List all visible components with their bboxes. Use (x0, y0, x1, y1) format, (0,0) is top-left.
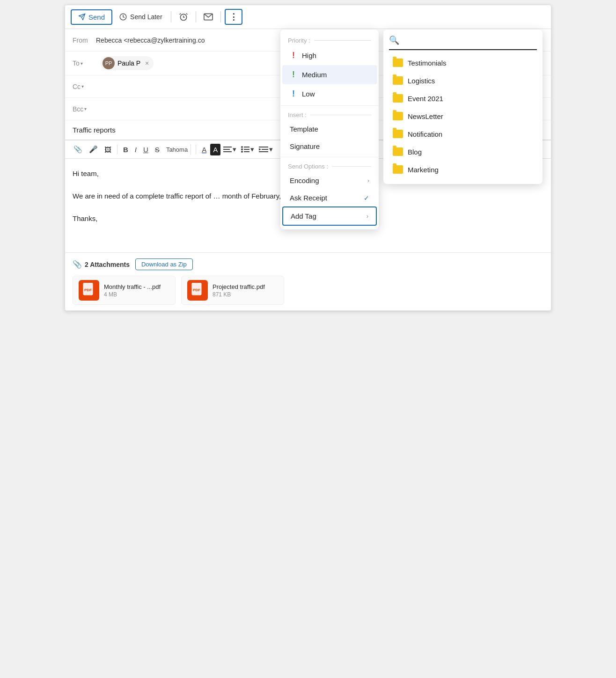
cc-label[interactable]: Cc ▾ (73, 83, 101, 90)
insert-section-label: Insert : (280, 108, 379, 120)
to-label[interactable]: To ▾ (73, 59, 101, 67)
indent-icon (259, 146, 268, 153)
search-icon: 🔍 (389, 35, 399, 45)
attachment-item-2[interactable]: PDF Projected traffic.pdf 871 KB (181, 276, 284, 305)
encoding-item[interactable]: Encoding › (282, 172, 377, 189)
bcc-label[interactable]: Bcc ▾ (73, 105, 101, 113)
svg-point-12 (241, 148, 243, 150)
recipient-name: Paula P (117, 59, 140, 67)
svg-point-14 (241, 151, 243, 153)
mic-button[interactable]: 🎤 (86, 143, 101, 155)
paperclip-icon: 📎 (73, 260, 82, 269)
ask-receipt-item[interactable]: Ask Receipt ✓ (282, 189, 377, 206)
font-color-button[interactable]: A (199, 144, 209, 155)
menu-divider-2 (280, 157, 379, 157)
add-tag-arrow: › (367, 213, 368, 220)
tag-item-logistics[interactable]: Logistics (389, 72, 537, 89)
send-button[interactable]: Send (71, 9, 112, 25)
svg-point-10 (241, 146, 243, 148)
download-zip-button[interactable]: Download as Zip (135, 258, 193, 270)
image-button[interactable]: 🖼 (102, 144, 114, 155)
tag-item-marketing[interactable]: Marketing (389, 161, 537, 178)
encoding-arrow: › (367, 177, 369, 184)
tag-item-notification[interactable]: Notification (389, 125, 537, 143)
attachments-section: 📎 2 Attachments Download as Zip PDF Mont… (65, 252, 551, 310)
recipient-chip[interactable]: PP Paula P × (101, 56, 154, 70)
tag-submenu: 🔍 Testimonials Logistics Event 2021 News… (383, 29, 543, 184)
italic-button[interactable]: I (132, 144, 139, 155)
fmt-sep-2 (196, 145, 196, 154)
tag-item-blog[interactable]: Blog (389, 143, 537, 161)
menu-divider-1 (280, 105, 379, 106)
send-later-icon (119, 13, 127, 21)
toolbar-divider-1 (171, 11, 171, 22)
align-arrow: ▾ (233, 145, 236, 154)
cc-arrow: ▾ (81, 84, 84, 89)
attachments-count: 📎 2 Attachments (73, 260, 130, 269)
tag-item-newsletter[interactable]: NewsLetter (389, 107, 537, 125)
tag-item-event2021[interactable]: Event 2021 (389, 89, 537, 107)
list-button[interactable]: ▾ (239, 143, 256, 155)
strikethrough-button[interactable]: S (152, 144, 162, 155)
toolbar: Send Send Later (65, 5, 551, 29)
align-button[interactable]: ▾ (221, 143, 238, 155)
bcc-arrow: ▾ (84, 106, 87, 111)
list-icon (241, 146, 249, 153)
attachment-size-2: 871 KB (213, 291, 265, 298)
attachment-info-1: Monthly traffic - ...pdf 4 MB (104, 283, 161, 298)
from-label: From (73, 37, 96, 44)
folder-icon (393, 94, 403, 103)
indent-arrow: ▾ (269, 145, 273, 154)
alarm-button[interactable] (175, 9, 192, 24)
more-options-button[interactable]: ⋮ (225, 9, 242, 25)
folder-icon (393, 130, 403, 138)
template-item[interactable]: Template (282, 120, 377, 138)
folder-icon (393, 147, 403, 156)
list-arrow: ▾ (250, 145, 254, 154)
tag-search-input[interactable] (403, 37, 537, 44)
attachment-name-2: Projected traffic.pdf (213, 283, 265, 290)
send-later-button[interactable]: Send Later (114, 10, 167, 24)
toolbar-divider-3 (220, 11, 221, 22)
ask-receipt-check: ✓ (364, 194, 369, 202)
subject-value: Traffic reports (73, 126, 116, 134)
folder-icon (393, 76, 403, 85)
tag-search-row: 🔍 (389, 35, 537, 50)
pdf-icon-1: PDF (79, 280, 99, 301)
priority-low-item[interactable]: ! Low (282, 84, 377, 103)
svg-text:PDF: PDF (193, 288, 200, 292)
font-selector[interactable]: Tahoma (163, 144, 191, 155)
signature-item[interactable]: Signature (282, 138, 377, 155)
avatar: PP (103, 57, 115, 69)
priority-section-label: Priority : (280, 33, 379, 46)
toolbar-divider-2 (196, 11, 196, 22)
svg-text:PDF: PDF (84, 288, 92, 292)
add-tag-item[interactable]: Add Tag › (282, 206, 377, 226)
attach-button[interactable]: 📎 (71, 143, 85, 155)
fmt-sep-1 (117, 145, 117, 154)
attachment-item[interactable]: PDF Monthly traffic - ...pdf 4 MB (73, 276, 176, 305)
folder-icon (393, 165, 403, 174)
bold-button[interactable]: B (120, 144, 131, 155)
priority-medium-item[interactable]: ! Medium (282, 65, 377, 84)
pdf-icon-2: PDF (187, 280, 208, 301)
folder-icon (393, 59, 403, 67)
svg-line-4 (179, 14, 181, 15)
send-options-section-label: Send Options : (280, 159, 379, 172)
attachment-size-1: 4 MB (104, 291, 161, 298)
remove-recipient-button[interactable]: × (145, 59, 149, 67)
highlight-button[interactable]: A (210, 144, 220, 155)
attachment-name-1: Monthly traffic - ...pdf (104, 283, 161, 290)
priority-high-item[interactable]: ! High (282, 46, 377, 65)
tag-item-testimonials[interactable]: Testimonials (389, 54, 537, 72)
email-options-button[interactable] (200, 10, 217, 24)
priority-high-icon: ! (290, 51, 297, 60)
align-icon (223, 146, 232, 153)
compose-window: Send Send Later (65, 5, 551, 311)
folder-icon (393, 112, 403, 120)
underline-button[interactable]: U (140, 144, 151, 155)
envelope-icon (204, 13, 213, 21)
priority-low-icon: ! (290, 89, 297, 99)
indent-button[interactable]: ▾ (257, 143, 275, 155)
attachment-info-2: Projected traffic.pdf 871 KB (213, 283, 265, 298)
